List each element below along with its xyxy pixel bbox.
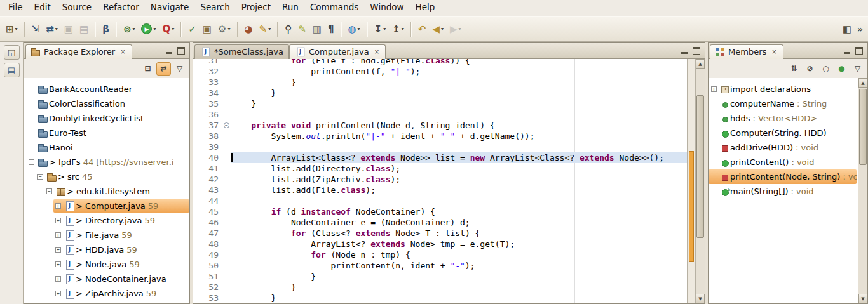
member-item-printcontent-node-string[interactable]: printContent(Node, String) : void [709, 169, 857, 184]
tree-item-ipdfs[interactable]: −> IpdFs44 [https://svnserver.i [24, 155, 189, 169]
code-line-47[interactable]: 47 for (Class<? extends Node> T : list) … [193, 228, 687, 239]
code-line-50[interactable]: 50 printContent(n, ident + "-"); [193, 260, 687, 271]
editor-tab-someclass-java[interactable]: *SomeClass.java [194, 44, 289, 59]
new-wizard-button[interactable]: ⊞▾ [3, 21, 20, 37]
code-line-45[interactable]: 45 if (d instanceof NodeContainer) { [193, 206, 687, 217]
tree-expander-icon[interactable]: + [55, 261, 61, 267]
scroll-up-icon[interactable]: ▲ [858, 78, 867, 88]
tree-item-ziparchiv-java[interactable]: +> ZipArchiv.java59 [24, 286, 189, 301]
tree-item-node-java[interactable]: +> Node.java59 [24, 257, 189, 272]
code-line-46[interactable]: 46 NodeContainer e = (NodeContainer) d; [193, 217, 687, 228]
code-line-52[interactable]: 52 } [193, 282, 687, 293]
synchronize-button[interactable]: ⇄▾ [43, 21, 60, 37]
tree-expander-icon[interactable]: + [55, 203, 61, 209]
coverage-button[interactable]: ◕ [242, 21, 255, 37]
scroll-down-icon[interactable]: ▼ [696, 294, 705, 303]
tree-item-hanoi[interactable]: Hanoi [24, 140, 189, 155]
code-line-33[interactable]: 33 } [193, 77, 687, 88]
member-item-printcontent[interactable]: printContent() : void [709, 155, 858, 169]
tree-expander-icon[interactable]: + [711, 86, 717, 92]
hide-fields-button[interactable]: ⊘ [803, 62, 817, 76]
code-line-39[interactable]: 39 [193, 142, 687, 152]
collapse-all-button[interactable]: ⊟ [140, 62, 155, 76]
plugin-bp-button[interactable]: β [100, 21, 112, 37]
tree-item-src[interactable]: −> src45 [24, 169, 189, 184]
back-button[interactable]: ◀▾ [430, 21, 446, 37]
menu-project[interactable]: Project [236, 0, 276, 16]
maximize-icon[interactable] [854, 46, 864, 55]
tree-item-edu-kit-filesystem[interactable]: −> edu.kit.filesystem [24, 184, 189, 199]
next-annotation-button[interactable]: ↧▾ [372, 21, 389, 37]
minimized-view-button[interactable]: ▤ [4, 63, 20, 77]
tree-item-doublylinkedcycliclist[interactable]: DoublyLinkedCyclicList [24, 111, 189, 126]
tree-item-computer-java[interactable]: +> Computer.java59 [24, 199, 189, 213]
mark-occurrences-button[interactable]: ▥ [310, 21, 324, 37]
web-browser-button[interactable]: ◍▾ [346, 21, 363, 37]
tree-item-hdd-java[interactable]: +> HDD.java59 [24, 242, 189, 257]
toolbar-overflow-button[interactable]: » [855, 24, 865, 34]
link-with-editor-button[interactable]: ⇄ [156, 62, 171, 76]
tree-expander-icon[interactable]: − [46, 188, 52, 194]
close-icon[interactable]: × [771, 48, 777, 55]
show-whitespace-button[interactable]: ¶ [325, 21, 337, 37]
editor-scroll-thumb[interactable] [696, 95, 704, 238]
highlight-button[interactable]: ✎ [295, 21, 309, 37]
code-line-42[interactable]: 42 list.add(ZipArchiv.class); [193, 174, 687, 185]
debug-button[interactable]: ⊚▾ [121, 21, 138, 37]
search-button[interactable]: ⚲ [282, 21, 294, 37]
members-scrollbar[interactable]: ▲ ▼ [858, 78, 867, 303]
editor-tab-computer-java[interactable]: Computer.java× [289, 44, 386, 59]
tree-expander-icon[interactable]: + [55, 276, 61, 282]
maximize-icon[interactable] [176, 46, 186, 55]
close-icon[interactable]: × [374, 48, 380, 55]
fast-view-restore-button[interactable]: ◱ [4, 45, 20, 60]
code-line-49[interactable]: 49 for (Node n : tmp) { [193, 249, 687, 260]
profile-button[interactable]: Q▾ [160, 21, 177, 37]
scroll-down-icon[interactable]: ▼ [858, 294, 867, 303]
minimize-icon[interactable] [164, 46, 174, 55]
member-item-computername[interactable]: computerName : String [709, 96, 858, 111]
member-item-computer-string-hdd[interactable]: Computer(String, HDD) [709, 126, 858, 140]
menu-file[interactable]: File [3, 0, 29, 16]
menu-commands[interactable]: Commands [304, 0, 364, 16]
code-line-44[interactable]: 44 [193, 195, 687, 206]
tree-item-nodecontainer-java[interactable]: +> NodeContainer.java [24, 272, 189, 286]
code-line-36[interactable]: 36 [193, 109, 687, 120]
sort-button[interactable]: ⇅ [787, 62, 801, 76]
member-item-main-string[interactable]: smain(String[]) : void [709, 184, 858, 199]
tree-item-euro-test[interactable]: Euro-Test [24, 126, 189, 140]
scroll-up-icon[interactable]: ▲ [696, 59, 705, 69]
menu-refactor[interactable]: Refactor [97, 0, 145, 16]
code-line-53[interactable]: 53 } [193, 293, 687, 303]
members-scroll-track[interactable] [858, 88, 867, 294]
menu-navigate[interactable]: Navigate [145, 0, 195, 16]
member-item-adddrive-hdd[interactable]: addDrive(HDD) : void [709, 140, 858, 155]
tree-item-directory-java[interactable]: +> Directory.java59 [24, 213, 189, 228]
new-junit-test-button[interactable]: ✓ [186, 21, 199, 37]
editor-scrollbar[interactable]: ▲ ▼ [695, 59, 705, 303]
tree-item-colorclassification[interactable]: ColorClassification [24, 96, 189, 111]
code-viewport[interactable]: 31 for (File f : hdd.get(File.class)) {3… [193, 59, 687, 303]
hide-static-button[interactable]: ○ [818, 62, 833, 76]
hide-non-public-button[interactable]: ● [834, 62, 849, 76]
member-item-hdds[interactable]: hdds : Vector<HDD> [709, 111, 858, 126]
overview-ruler[interactable] [687, 59, 695, 303]
code-area[interactable]: 31 for (File f : hdd.get(File.class)) {3… [193, 59, 687, 303]
view-menu-button[interactable]: ▽ [172, 62, 187, 76]
menu-search[interactable]: Search [194, 0, 235, 16]
tree-item-file-java[interactable]: +> File.java59 [24, 228, 189, 242]
member-item-import-declarations[interactable]: +import declarations [709, 82, 858, 96]
maximize-icon[interactable] [691, 46, 702, 55]
menu-source[interactable]: Source [57, 0, 97, 16]
menu-edit[interactable]: Edit [29, 0, 57, 16]
tree-item-bankaccountreader[interactable]: BankAccountReader [24, 82, 189, 96]
members-tab[interactable]: Members × [710, 44, 783, 59]
tree-expander-icon[interactable]: + [55, 218, 61, 223]
fold-collapse-icon[interactable]: − [224, 122, 229, 128]
tree-expander-icon[interactable]: + [55, 232, 61, 238]
checkout-button[interactable]: ⇲ [29, 21, 43, 37]
code-line-51[interactable]: 51 } [193, 271, 687, 282]
code-line-41[interactable]: 41 list.add(Directory.class); [193, 163, 687, 174]
menu-window[interactable]: Window [364, 0, 409, 16]
run-button[interactable]: ▶▾ [139, 21, 158, 37]
